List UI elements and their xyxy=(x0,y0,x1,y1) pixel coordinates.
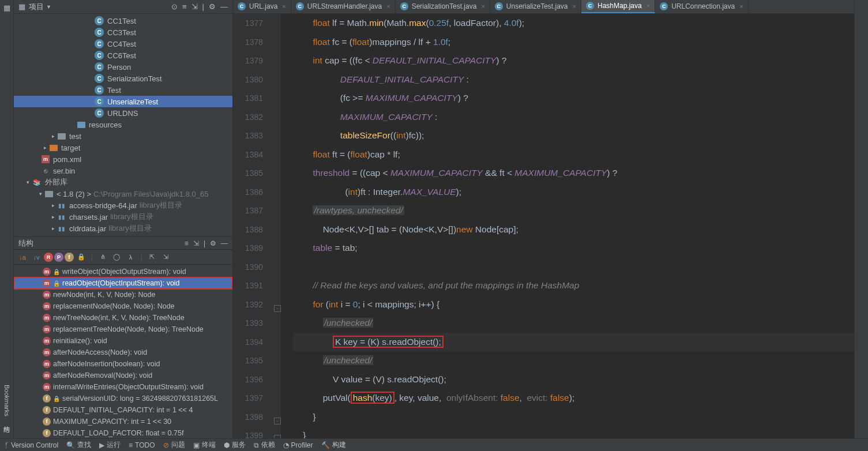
tree-item[interactable]: resources xyxy=(14,119,232,130)
line-number[interactable]: 1390 xyxy=(233,258,263,277)
project-strip-icon[interactable]: ▦ xyxy=(3,3,10,12)
structure-item[interactable]: minternalWriteEntries(ObjectOutputStream… xyxy=(14,381,232,393)
expander-icon[interactable]: ▸ xyxy=(50,202,57,208)
terminal-tab[interactable]: ▣终端 xyxy=(193,440,216,450)
structure-item[interactable]: fDEFAULT_LOAD_FACTOR: float = 0.75f xyxy=(14,427,232,438)
line-number[interactable]: 1379 xyxy=(233,51,263,70)
expander-icon[interactable]: ▾ xyxy=(24,179,31,185)
tree-item[interactable]: ▸▮▮access-bridge-64.jarlibrary根目录 xyxy=(14,200,232,211)
code-line[interactable]: /unchecked/ xyxy=(293,351,854,370)
structure-item[interactable]: mafterNodeInsertion(boolean): void xyxy=(14,358,232,370)
line-number[interactable]: 1383 xyxy=(233,126,263,145)
line-number[interactable]: 1384 xyxy=(233,145,263,164)
profiler-tab[interactable]: ◔Profiler xyxy=(283,441,313,449)
editor-tab[interactable]: CURLConnection.java× xyxy=(655,0,749,13)
find-tab[interactable]: 🔍查找 xyxy=(66,440,91,450)
show-inherited-icon[interactable]: ⋔ xyxy=(96,251,109,264)
line-number[interactable]: 1386 xyxy=(233,183,263,202)
tree-item[interactable]: CCC4Test xyxy=(14,38,232,50)
code-line[interactable]: } xyxy=(293,426,854,438)
code-line[interactable] xyxy=(293,258,854,277)
close-icon[interactable]: × xyxy=(573,3,576,10)
structure-item[interactable]: fDEFAULT_INITIAL_CAPACITY: int = 1 << 4 xyxy=(14,404,232,416)
tree-item[interactable]: CURLDNS xyxy=(14,107,232,119)
structure-item[interactable]: m🔒writeObject(ObjectOutputStream): void xyxy=(14,266,232,277)
minimize-icon[interactable]: — xyxy=(220,2,228,11)
project-tree[interactable]: CCC1TestCCC3TestCCC4TestCCC6TestCPersonC… xyxy=(14,14,232,236)
code-line[interactable]: (fc >= MAXIMUM_CAPACITY) ? xyxy=(293,89,854,108)
fold-column[interactable]: − − − xyxy=(273,14,281,438)
deps-tab[interactable]: ⧉依赖 xyxy=(254,440,275,450)
line-number[interactable]: 1392 xyxy=(233,295,263,314)
structure-item[interactable]: m🔒readObject(ObjectInputStream): void xyxy=(14,277,232,289)
line-number[interactable]: 1388 xyxy=(233,220,263,239)
fold-minus-icon[interactable]: − xyxy=(274,418,281,424)
code-line[interactable]: MAXIMUM_CAPACITY : xyxy=(293,108,854,127)
sort-visibility-icon[interactable]: ↓v xyxy=(30,251,43,264)
tree-item[interactable]: ▾📚外部库 xyxy=(14,176,232,188)
tree-item[interactable]: ▸▮▮charsets.jarlibrary根目录 xyxy=(14,211,232,223)
autoscroll-source-icon[interactable]: ⇱ xyxy=(146,251,159,264)
build-tab[interactable]: 🔨构建 xyxy=(321,440,346,450)
line-number[interactable]: 1398 xyxy=(233,408,263,427)
expander-icon[interactable]: ▸ xyxy=(50,133,57,139)
line-number[interactable]: 1391 xyxy=(233,276,263,295)
tree-item[interactable]: CUnserializeTest xyxy=(14,96,232,107)
project-dropdown-icon[interactable]: ▼ xyxy=(46,4,51,10)
tree-item[interactable]: ▸test xyxy=(14,130,232,142)
tree-item[interactable]: CPerson xyxy=(14,61,232,73)
aim-icon[interactable]: ⊙ xyxy=(171,2,178,11)
expander-icon[interactable]: ▸ xyxy=(42,145,48,151)
editor-tab[interactable]: CURL.java× xyxy=(233,0,291,13)
code-line[interactable]: table = tab; xyxy=(293,239,854,258)
close-icon[interactable]: × xyxy=(386,3,390,10)
code-line[interactable]: float lf = Math.min(Math.max(0.25f, load… xyxy=(293,14,854,33)
collapse-icon[interactable]: ≡ xyxy=(185,239,189,247)
tree-item[interactable]: CCC3Test xyxy=(14,27,232,38)
code-line[interactable]: float ft = (float)cap * lf; xyxy=(293,145,854,164)
code-line[interactable]: // Read the keys and values, and put the… xyxy=(293,276,854,295)
todo-tab[interactable]: ≡TODO xyxy=(129,441,155,449)
structure-item[interactable]: mafterNodeAccess(Node): void xyxy=(14,347,232,358)
structure-item[interactable]: fMAXIMUM_CAPACITY: int = 1 << 30 xyxy=(14,416,232,427)
fold-minus-icon[interactable]: − xyxy=(274,435,281,438)
close-icon[interactable]: × xyxy=(282,3,285,10)
line-number[interactable]: 1389 xyxy=(233,239,263,258)
line-number[interactable]: 1377 xyxy=(233,14,263,33)
tree-item[interactable]: ⎋ser.bin xyxy=(14,165,232,176)
line-number[interactable]: 1395 xyxy=(233,351,263,370)
tree-item[interactable]: ▸target xyxy=(14,142,232,153)
editor[interactable]: 1377137813791380138113821383138413851386… xyxy=(233,14,854,438)
sort-alpha-icon[interactable]: ↓a xyxy=(16,251,29,264)
code-line[interactable]: for (int i = 0; i < mappings; i++) { xyxy=(293,295,854,314)
gear-icon[interactable]: ⚙ xyxy=(210,239,216,247)
line-number[interactable]: 1378 xyxy=(233,33,263,52)
close-icon[interactable]: × xyxy=(647,2,650,9)
show-anonymous-icon[interactable]: ◯ xyxy=(110,251,123,264)
gear-icon[interactable]: ⚙ xyxy=(209,2,216,11)
show-properties-icon[interactable]: P xyxy=(54,253,63,262)
code-line[interactable]: threshold = ((cap < MAXIMUM_CAPACITY && … xyxy=(293,164,854,183)
collapse-icon[interactable]: ≡ xyxy=(182,2,187,11)
code-line[interactable]: int cap = ((fc < DEFAULT_INITIAL_CAPACIT… xyxy=(293,51,854,70)
project-view-icon[interactable]: ▦ xyxy=(18,2,25,11)
tree-item[interactable]: CSerializationTest xyxy=(14,73,232,84)
line-number[interactable]: 1382 xyxy=(233,108,263,127)
code-line[interactable]: Node<K,V>[] tab = (Node<K,V>[])new Node[… xyxy=(293,220,854,239)
close-icon[interactable]: × xyxy=(739,3,743,10)
structure-item[interactable]: mnewNode(int, K, V, Node): Node xyxy=(14,289,232,300)
show-lambda-icon[interactable]: λ xyxy=(124,251,137,264)
line-number[interactable]: 1396 xyxy=(233,370,263,389)
editor-tab[interactable]: CHashMap.java× xyxy=(581,0,655,13)
close-icon[interactable]: × xyxy=(481,3,484,10)
fold-minus-icon[interactable]: − xyxy=(274,305,281,312)
show-records-icon[interactable]: R xyxy=(44,253,53,262)
code-line[interactable]: float fc = (float)mappings / lf + 1.0f; xyxy=(293,33,854,52)
editor-tab[interactable]: CSerializationTest.java× xyxy=(396,0,490,13)
bookmarks-vertical-label[interactable]: Bookmarks xyxy=(3,269,10,416)
expand-icon[interactable]: ⇲ xyxy=(193,239,199,247)
run-tab[interactable]: ▶运行 xyxy=(99,440,121,450)
structure-item[interactable]: mreplacementTreeNode(Node, Node): TreeNo… xyxy=(14,324,232,335)
tree-item[interactable]: ▾< 1.8 (2) >C:\Program Files\Java\jdk1.8… xyxy=(14,188,232,200)
expander-icon[interactable]: ▾ xyxy=(37,191,44,197)
